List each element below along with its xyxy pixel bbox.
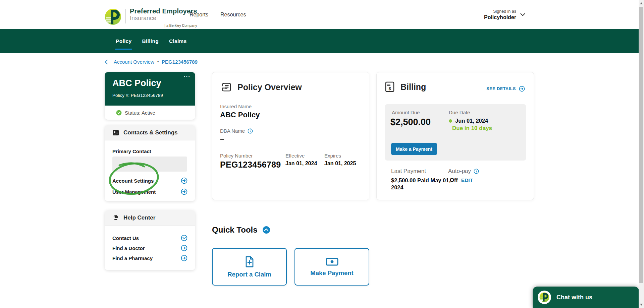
policy-overview-title-row: Policy Overview xyxy=(220,81,302,93)
company-logo[interactable]: Preferred Employers Insurance | a Berkle… xyxy=(105,7,197,27)
amount-due-panel: Amount Due $2,500.00 Due Date Jun 01, 20… xyxy=(385,104,526,161)
policy-summary-card: ... ABC Policy Policy #: PEG123456789 St… xyxy=(105,72,195,120)
make-payment-label: Make Payment xyxy=(310,269,354,277)
insured-name-label: Insured Name xyxy=(220,104,260,109)
signed-in-as-label: Signed in as xyxy=(493,9,516,14)
user-management-link[interactable]: User Management xyxy=(112,188,187,195)
due-in-days: Due in 10 days xyxy=(452,125,492,132)
autopay-status: Off xyxy=(450,177,458,183)
account-settings-link[interactable]: Account Settings xyxy=(112,177,187,184)
info-icon[interactable] xyxy=(474,169,479,174)
due-date-label: Due Date xyxy=(449,110,470,115)
primary-nav-bar: Policy Billing Claims xyxy=(0,29,639,53)
logo-line1: Preferred Employers xyxy=(130,7,197,15)
policy-card-header: ... ABC Policy Policy #: PEG123456789 xyxy=(105,72,195,106)
arrow-right-circle-icon xyxy=(181,177,187,184)
primary-contact-value xyxy=(112,157,187,172)
find-a-doctor-link[interactable]: Find a Doctor xyxy=(112,245,187,251)
billing-card: $ Billing SEE DETAILS Amount Due $2,500.… xyxy=(376,72,534,200)
policy-number-label: Policy Number xyxy=(220,153,281,159)
find-a-pharmacy-link[interactable]: Find a Pharmacy xyxy=(112,255,187,261)
chat-widget[interactable]: Chat with us xyxy=(533,287,639,308)
quick-tools-header: Quick Tools xyxy=(212,225,270,235)
make-a-payment-button[interactable]: Make a Payment xyxy=(391,143,437,155)
account-menu[interactable]: Signed in as Policyholder xyxy=(484,0,525,29)
logo-p-icon xyxy=(539,292,549,302)
help-center-header: Help Center xyxy=(105,210,195,226)
report-a-claim-tool[interactable]: Report a Claim xyxy=(212,248,287,286)
arrow-right-circle-icon xyxy=(181,188,187,195)
policy-scroll-icon xyxy=(220,81,232,93)
account-text: Signed in as Policyholder xyxy=(484,9,516,20)
tab-claims[interactable]: Claims xyxy=(169,38,187,44)
effective-label: Effective xyxy=(285,153,317,159)
contacts-settings-title: Contacts & Settings xyxy=(123,129,178,136)
autopay-label-row: Auto-pay xyxy=(448,168,479,175)
billing-title-row: $ Billing xyxy=(384,81,426,93)
header-nav: Reports Resources xyxy=(190,0,246,29)
contacts-settings-card: Contacts & Settings Primary Contact Acco… xyxy=(105,125,195,201)
policy-overview-card: Policy Overview Insured Name ABC Policy … xyxy=(212,72,369,200)
scroll-down-arrow-icon[interactable] xyxy=(640,304,643,306)
info-icon[interactable] xyxy=(248,128,253,134)
contact-us-link[interactable]: Contact Us xyxy=(112,235,187,241)
contacts-settings-header: Contacts & Settings xyxy=(105,125,195,140)
nav-reports[interactable]: Reports xyxy=(190,12,208,18)
tab-policy[interactable]: Policy xyxy=(116,38,131,44)
autopay-label: Auto-pay xyxy=(448,168,471,175)
due-status-dot-icon xyxy=(449,119,452,123)
contact-card-icon xyxy=(112,129,119,136)
breadcrumb-current[interactable]: PEG123456789 xyxy=(162,59,198,65)
effective-field: Effective Jan 01, 2024 xyxy=(285,153,317,167)
expires-label: Expires xyxy=(324,153,356,159)
autopay-status-row: Off EDIT xyxy=(450,177,473,183)
due-date-value: Jun 01, 2024 xyxy=(455,118,488,124)
make-payment-tool[interactable]: Make Payment xyxy=(294,248,369,286)
see-details-label: SEE DETAILS xyxy=(486,86,516,91)
back-arrow-icon xyxy=(105,60,111,64)
see-details-link[interactable]: SEE DETAILS xyxy=(486,86,525,92)
arrow-right-circle-icon xyxy=(519,86,525,92)
status-badge: Status: Active xyxy=(125,110,155,116)
autopay-edit-link[interactable]: EDIT xyxy=(461,177,473,183)
help-center-title: Help Center xyxy=(123,214,155,221)
cash-icon xyxy=(325,257,339,266)
user-management-label: User Management xyxy=(112,189,156,195)
logo-text: Preferred Employers Insurance | a Berkle… xyxy=(130,7,197,27)
breadcrumb: Account Overview • PEG123456789 xyxy=(105,59,198,65)
dba-name-field: DBA Name – xyxy=(220,128,253,144)
contacts-settings-body: Primary Contact Account Settings User Ma… xyxy=(105,140,195,195)
quick-tools-title: Quick Tools xyxy=(212,225,258,235)
nav-resources[interactable]: Resources xyxy=(220,12,246,18)
logo-line2: Insurance xyxy=(130,15,197,22)
help-center-card: Help Center Contact Us Find a Doctor Fin… xyxy=(105,210,195,270)
svg-text:$: $ xyxy=(388,86,391,91)
amount-due-label: Amount Due xyxy=(392,110,420,115)
breadcrumb-back-link[interactable]: Account Overview xyxy=(105,59,154,65)
file-plus-icon xyxy=(244,256,255,268)
report-a-claim-label: Report a Claim xyxy=(227,271,271,278)
policy-number-field: Policy Number PEG123456789 xyxy=(220,153,281,170)
scrollbar-thumb[interactable] xyxy=(639,7,643,283)
more-options-icon[interactable]: ... xyxy=(184,72,191,79)
dba-name-label: DBA Name xyxy=(220,128,245,134)
arrow-right-circle-icon xyxy=(181,245,187,251)
logo-divider xyxy=(125,9,126,23)
scroll-up-arrow-icon[interactable] xyxy=(640,2,643,4)
page-scrollbar[interactable] xyxy=(639,0,644,308)
chevron-down-circle-icon xyxy=(181,235,187,241)
support-agent-icon xyxy=(112,214,119,221)
tab-billing[interactable]: Billing xyxy=(142,38,158,44)
collapse-chevron-up-icon[interactable] xyxy=(262,226,270,234)
insured-name-field: Insured Name ABC Policy xyxy=(220,104,260,119)
arrow-right-circle-icon xyxy=(181,255,187,261)
logo-p-icon xyxy=(105,8,121,25)
last-payment-label: Last Payment xyxy=(391,168,426,175)
chat-logo xyxy=(538,291,551,304)
logo-tagline: | a Berkley Company xyxy=(130,23,197,27)
expires-value: Jan 01, 2025 xyxy=(324,161,356,167)
dba-name-value: – xyxy=(220,135,253,144)
find-a-doctor-label: Find a Doctor xyxy=(112,245,145,251)
account-role: Policyholder xyxy=(484,14,516,20)
chat-label: Chat with us xyxy=(556,294,592,301)
